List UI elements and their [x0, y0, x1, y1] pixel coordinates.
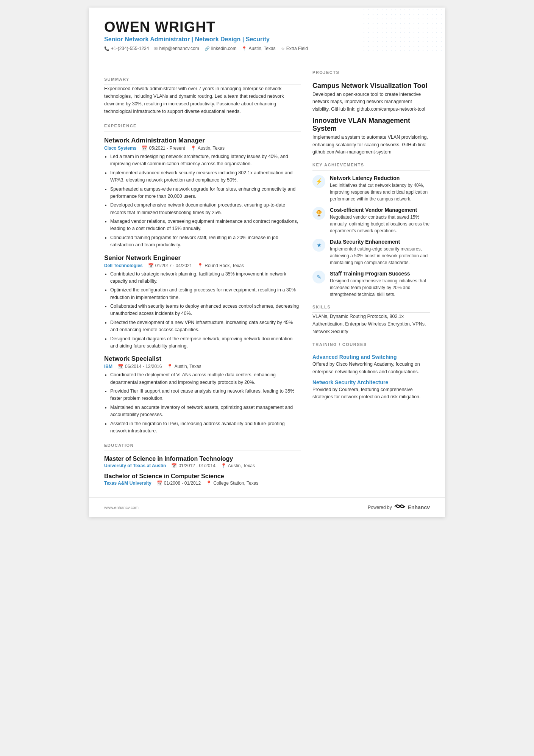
achievement-item-1: ⚡ Network Latency Reduction Led initiati…	[312, 175, 430, 202]
training-label: TRAINING / COURSES	[312, 342, 430, 347]
bullet-2-4: Directed the development of a new VPN in…	[110, 319, 301, 334]
projects-label: PROJECTS	[312, 70, 430, 75]
bullet-3-1: Coordinated the deployment of VLANs acro…	[110, 371, 301, 386]
edu-dates-1: 📅 01/2012 - 01/2014	[171, 463, 215, 468]
bullet-3-2: Provided Tier III support and root cause…	[110, 388, 301, 402]
achievement-icon-3: ★	[312, 239, 325, 252]
achievement-desc-2: Negotiated vendor contracts that saved 1…	[330, 214, 430, 234]
edu-degree-1: Master of Science in Information Technol…	[104, 455, 301, 462]
skills-text: VLANs, Dynamic Routing Protocols, 802.1x…	[312, 313, 430, 335]
experience-divider	[104, 131, 301, 131]
contact-bar: 📞 +1-(234)-555-1234 ✉ help@enhancv.com 🔗…	[104, 46, 430, 51]
bullet-2-1: Contributed to strategic network plannin…	[110, 271, 301, 285]
achievement-title-1: Network Latency Reduction	[330, 175, 430, 181]
project-title-1: Campus Network Visualization Tool	[312, 82, 430, 90]
achievements-divider	[312, 170, 430, 171]
right-column: PROJECTS Campus Network Visualization To…	[312, 70, 430, 486]
job-location-1: 📍 Austin, Texas	[190, 146, 225, 151]
achievement-icon-4: ✎	[312, 271, 325, 283]
calendar-icon-2: 📅	[148, 263, 154, 268]
bullet-1-3: Spearheaded a campus-wide network upgrad…	[110, 186, 301, 200]
contact-location: 📍 Austin, Texas	[242, 46, 275, 51]
job-title-3: Network Specialist	[104, 355, 301, 363]
bullet-1-6: Conducted training programs for network …	[110, 234, 301, 249]
job-meta-1: Cisco Systems 📅 05/2021 - Present 📍 Aust…	[104, 146, 301, 151]
job-title-1: Network Administration Manager	[104, 137, 301, 144]
achievement-desc-4: Designed comprehensive training initiati…	[330, 277, 430, 298]
edu-school-1: University of Texas at Austin	[104, 463, 166, 468]
pin-icon-3: 📍	[167, 364, 173, 369]
education-divider	[104, 451, 301, 451]
calendar-edu-1: 📅	[171, 463, 177, 468]
experience-label: EXPERIENCE	[104, 124, 301, 128]
bullet-2-3: Collaborated with security teams to depl…	[110, 303, 301, 318]
skills-label: SKILLS	[312, 305, 430, 309]
achievement-body-3: Data Security Enhancement Implemented cu…	[330, 239, 430, 266]
brand-name: Enhancv	[408, 504, 430, 510]
footer-url: www.enhancv.com	[104, 505, 139, 510]
calendar-edu-2: 📅	[157, 481, 162, 486]
edu-location-2: 📍 College Station, Texas	[206, 481, 258, 486]
achievement-title-3: Data Security Enhancement	[330, 239, 430, 245]
project-title-2: Innovative VLAN Management System	[312, 117, 430, 133]
bullet-1-1: Led a team in redesigning network archit…	[110, 153, 301, 168]
bullet-2-2: Optimized the configuration and testing …	[110, 286, 301, 301]
achievement-body-1: Network Latency Reduction Led initiative…	[330, 175, 430, 202]
pin-icon-1: 📍	[190, 146, 196, 151]
job-bullets-1: Led a team in redesigning network archit…	[104, 153, 301, 249]
achievement-title-4: Staff Training Program Success	[330, 271, 430, 277]
footer-brand: Powered by Enhancv	[368, 503, 430, 512]
contact-linkedin: 🔗 linkedin.com	[205, 46, 237, 51]
job-dates-1: 📅 05/2021 - Present	[142, 146, 185, 151]
education-label: EDUCATION	[104, 443, 301, 448]
job-dates-3: 📅 06/2014 - 12/2016	[118, 364, 162, 369]
achievement-item-2: 🏆 Cost-efficient Vendor Management Negot…	[312, 207, 430, 234]
achievement-title-2: Cost-efficient Vendor Management	[330, 207, 430, 213]
job-bullets-2: Contributed to strategic network plannin…	[104, 271, 301, 350]
bullet-1-5: Managed vendor relations, overseeing equ…	[110, 218, 301, 233]
achievement-item-4: ✎ Staff Training Program Success Designe…	[312, 271, 430, 298]
contact-phone: 📞 +1-(234)-555-1234	[104, 46, 149, 51]
job-company-1: Cisco Systems	[104, 146, 136, 151]
header-section: OWEN WRIGHT Senior Network Administrator…	[89, 8, 445, 55]
contact-email: ✉ help@enhancv.com	[154, 46, 199, 51]
job-title-2: Senior Network Engineer	[104, 254, 301, 262]
edu-school-2: Texas A&M University	[104, 481, 151, 486]
achievements-label: KEY ACHIEVEMENTS	[312, 163, 430, 167]
edu-meta-1: University of Texas at Austin 📅 01/2012 …	[104, 463, 301, 468]
job-meta-2: Dell Technologies 📅 01/2017 - 04/2021 📍 …	[104, 263, 301, 268]
training-title-1: Advanced Routing and Switching	[312, 354, 430, 360]
job-location-2: 📍 Round Rock, Texas	[197, 263, 244, 268]
calendar-icon-1: 📅	[142, 146, 147, 151]
job-location-3: 📍 Austin, Texas	[167, 364, 201, 369]
achievement-icon-2: 🏆	[312, 207, 325, 220]
training-desc-2: Provided by Coursera, featuring comprehe…	[312, 386, 430, 401]
edu-degree-2: Bachelor of Science in Computer Science	[104, 473, 301, 480]
project-desc-2: Implemented a system to automate VLAN pr…	[312, 134, 430, 156]
training-desc-1: Offered by Cisco Networking Academy, foc…	[312, 361, 430, 376]
bullet-1-2: Implemented advanced network security me…	[110, 169, 301, 184]
job-company-2: Dell Technologies	[104, 263, 143, 268]
pin-edu-1: 📍	[221, 463, 226, 468]
achievement-desc-3: Implemented cutting-edge security measur…	[330, 246, 430, 266]
bullet-2-5: Designed logical diagrams of the enterpr…	[110, 335, 301, 350]
resume-container: OWEN WRIGHT Senior Network Administrator…	[89, 8, 445, 517]
enhancv-logo	[394, 503, 406, 512]
achievement-body-4: Staff Training Program Success Designed …	[330, 271, 430, 298]
training-title-2: Network Security Architecture	[312, 379, 430, 385]
location-icon: 📍	[242, 46, 247, 51]
bullet-3-3: Maintained an accurate inventory of netw…	[110, 404, 301, 419]
training-divider	[312, 350, 430, 350]
left-column: SUMMARY Experienced network administrato…	[104, 70, 301, 486]
contact-extra: ☆ Extra Field	[281, 46, 308, 51]
summary-label: SUMMARY	[104, 77, 301, 81]
candidate-name: OWEN WRIGHT	[104, 19, 430, 35]
achievement-desc-1: Led initiatives that cut network latency…	[330, 182, 430, 202]
email-icon: ✉	[154, 46, 158, 51]
bullet-1-4: Developed comprehensive network document…	[110, 202, 301, 216]
powered-by-text: Powered by	[368, 505, 392, 510]
bullet-3-4: Assisted in the migration to IPv6, incre…	[110, 420, 301, 435]
achievement-item-3: ★ Data Security Enhancement Implemented …	[312, 239, 430, 266]
linkedin-icon: 🔗	[205, 46, 210, 51]
calendar-icon-3: 📅	[118, 364, 123, 369]
